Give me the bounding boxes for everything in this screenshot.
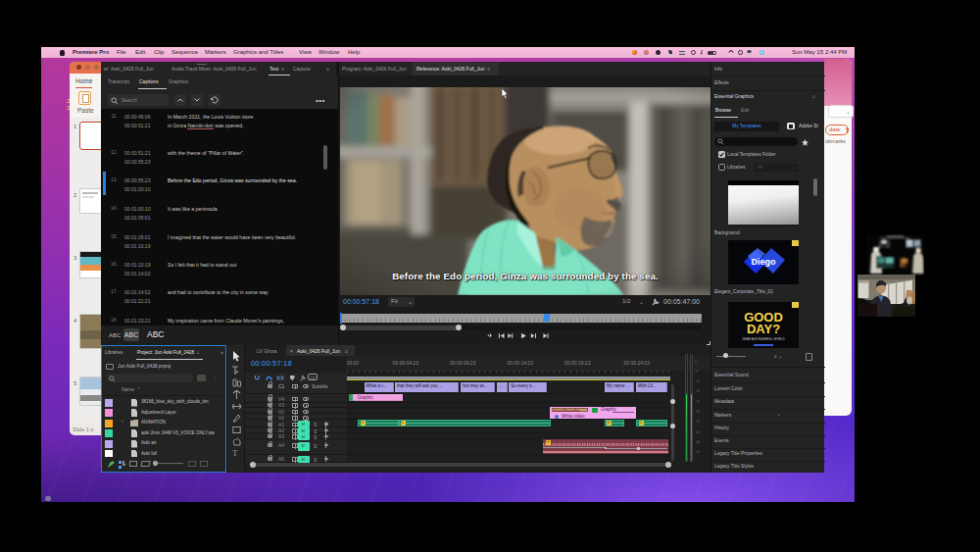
svg-text:Diego: Diego <box>751 257 776 267</box>
